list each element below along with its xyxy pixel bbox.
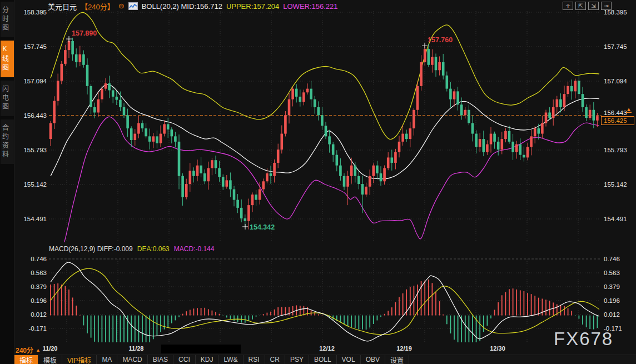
svg-text:155.793: 155.793	[604, 147, 627, 153]
svg-text:0.196: 0.196	[31, 297, 47, 304]
pan-right-icon[interactable]: ⇥	[601, 2, 612, 10]
price-annotations: 157.890157.760154.342	[66, 29, 453, 231]
toolbar-button-CR[interactable]: CR	[265, 355, 285, 364]
svg-text:158.395: 158.395	[23, 9, 47, 16]
toolbar-button-VOL[interactable]: VOL	[337, 355, 361, 364]
zoom-in-chart-icon[interactable]: ⇱	[575, 2, 586, 10]
boll-upper-value: UPPER:157.204	[226, 2, 279, 11]
chart-canvas[interactable]: 158.395158.395157.745157.745157.094157.0…	[0, 0, 636, 364]
toolbar-button-LW&[interactable]: LW&	[218, 355, 243, 364]
svg-text:155.793: 155.793	[23, 147, 47, 153]
trading-app-window: 分时图K线图闪电图合约资料 158.395158.395157.745157.7…	[0, 0, 636, 364]
svg-text:157.890: 157.890	[72, 29, 97, 37]
svg-text:-0.171: -0.171	[28, 325, 47, 332]
toolbar-button-RSI[interactable]: RSI	[244, 355, 265, 364]
svg-text:0.012: 0.012	[604, 311, 620, 318]
svg-text:0.379: 0.379	[604, 283, 620, 290]
svg-text:157.745: 157.745	[23, 43, 47, 50]
macd-hist-value: MACD:-0.144	[174, 245, 215, 253]
scroll-to-latest-button[interactable]: ▲	[625, 108, 633, 115]
toolbar-button-模板[interactable]: 模板	[38, 355, 62, 364]
toolbar-button-KDJ[interactable]: KDJ	[196, 355, 219, 364]
indicator-chart-icon[interactable]	[128, 2, 138, 10]
bollinger-bands	[51, 12, 599, 261]
macd-header: MACD(26,12,9) DIFF:-0.009 DEA:0.063 MACD…	[49, 245, 214, 253]
boll-lower-value: LOWER:156.221	[283, 2, 337, 11]
date-tick-12/19: 12/19	[392, 345, 416, 352]
svg-text:154.342: 154.342	[250, 223, 275, 231]
svg-text:0.746: 0.746	[604, 256, 620, 262]
svg-text:157.094: 157.094	[604, 78, 627, 84]
toolbar-button-CCI[interactable]: CCI	[173, 355, 196, 364]
zoom-out-chart-icon[interactable]: ⇲	[588, 2, 599, 10]
svg-text:156.443: 156.443	[23, 112, 47, 119]
chart-header: 美元日元 【240分】 ⊖ BOLL(20,2) MID:156.712 UPP…	[48, 2, 338, 11]
blank-patch	[161, 345, 241, 353]
timeframe-label[interactable]: 【240分】	[81, 1, 115, 12]
svg-text:157.094: 157.094	[23, 78, 47, 84]
svg-text:154.491: 154.491	[23, 216, 47, 222]
current-price-badge: 156.425	[601, 116, 634, 125]
axis-labels: 158.395158.395157.745157.745157.094157.0…	[23, 9, 627, 332]
toolbar-button-MACD[interactable]: MACD	[117, 355, 147, 364]
toolbar-button-VIP指标[interactable]: VIP指标	[62, 355, 97, 364]
date-tick-11/20: 11/20	[38, 345, 62, 352]
watermark: FX678	[554, 328, 613, 350]
date-tick-12/12: 12/12	[315, 345, 339, 352]
macd-diff-value: MACD(26,12,9) DIFF:-0.009	[49, 245, 133, 253]
svg-text:0.379: 0.379	[31, 283, 47, 290]
svg-text:157.760: 157.760	[428, 36, 453, 44]
crosshair-move-icon[interactable]: ✛	[563, 2, 573, 10]
date-axis-row: 240分 ▲ 11/2011/2812/1212/1912/30	[0, 344, 636, 354]
svg-text:0.196: 0.196	[604, 297, 620, 304]
svg-text:0.746: 0.746	[31, 256, 47, 262]
macd-dea-value: DEA:0.063	[137, 245, 170, 253]
period-selector[interactable]: 240分 ▲	[16, 345, 41, 355]
svg-text:157.745: 157.745	[604, 43, 627, 50]
svg-text:155.142: 155.142	[604, 181, 627, 188]
symbol-name: 美元日元	[48, 1, 77, 12]
period-label: 240分	[16, 345, 33, 355]
collapse-circle-icon[interactable]: ⊖	[118, 3, 125, 9]
macd-histogram	[51, 280, 597, 350]
svg-text:0.012: 0.012	[31, 311, 47, 318]
svg-text:0.563: 0.563	[604, 270, 620, 276]
svg-text:155.142: 155.142	[23, 181, 47, 188]
svg-text:156.443: 156.443	[604, 109, 627, 116]
boll-mid-value: BOLL(20,2) MID:156.712	[142, 2, 222, 11]
indicator-toolbar: 指标模板VIP指标MAMACDBIASCCIKDJLW&RSICRPSYBOLL…	[14, 355, 636, 364]
date-tick-12/30: 12/30	[485, 345, 510, 352]
chart-tool-icons: ✛⇱⇲⇥	[563, 2, 612, 10]
toolbar-button-BIAS[interactable]: BIAS	[148, 355, 173, 364]
grid-lines	[49, 11, 600, 342]
toolbar-button-PSY[interactable]: PSY	[285, 355, 309, 364]
toolbar-button-OBV[interactable]: OBV	[361, 355, 385, 364]
toolbar-button-MA[interactable]: MA	[97, 355, 117, 364]
svg-text:154.491: 154.491	[604, 216, 627, 222]
svg-text:0.563: 0.563	[31, 270, 47, 276]
toolbar-button-设置[interactable]: 设置	[385, 355, 409, 364]
toolbar-button-BOLL[interactable]: BOLL	[309, 355, 337, 364]
toolbar-button-指标[interactable]: 指标	[14, 355, 38, 364]
boll-upper-line	[51, 12, 599, 139]
date-tick-11/28: 11/28	[124, 345, 148, 352]
